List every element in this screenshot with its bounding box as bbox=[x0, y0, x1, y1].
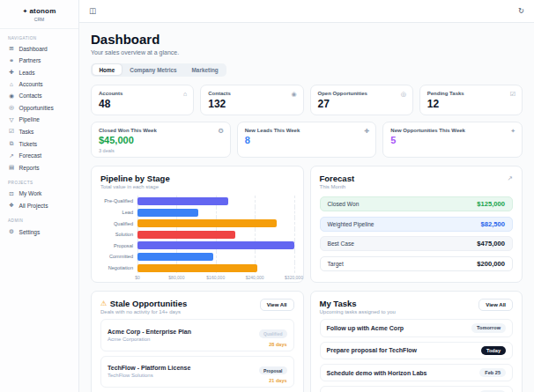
sidebar-toggle-icon[interactable]: ◫ bbox=[89, 7, 96, 15]
sidebar-item-label: Leads bbox=[19, 70, 35, 76]
week-value: $45,000 bbox=[99, 135, 223, 145]
chart-row: Proposal bbox=[100, 240, 294, 252]
chart-row: Pre-Qualified bbox=[100, 196, 294, 207]
week-label: New Leads This Week bbox=[245, 128, 369, 133]
chart-gridline bbox=[294, 229, 295, 240]
week-value: 5 bbox=[390, 135, 515, 145]
sidebar-section-label: Admin bbox=[8, 218, 78, 223]
forecast-row-target: Target$200,000 bbox=[320, 256, 514, 271]
chart-gridline bbox=[294, 207, 295, 218]
sidebar-item-label: My Work bbox=[19, 190, 42, 196]
chart-gridline bbox=[255, 251, 256, 263]
sidebar-item-tickets[interactable]: ⧉Tickets bbox=[0, 137, 78, 150]
tasks-view-all-button[interactable]: View All bbox=[478, 299, 513, 311]
week-label: Closed Won This Week bbox=[99, 128, 223, 133]
stage-badge: Proposal bbox=[259, 366, 286, 375]
top-header: ◫ ↻ bbox=[79, 0, 534, 23]
sidebar-item-pipeline[interactable]: ▽Pipeline bbox=[0, 114, 78, 126]
reports-icon: ▤ bbox=[8, 164, 15, 171]
forecast-row-closed-won: Closed Won$125,000 bbox=[320, 196, 514, 211]
forecast-row-value: $125,000 bbox=[477, 200, 505, 208]
sidebar-item-accounts[interactable]: ⌂Accounts bbox=[0, 78, 78, 90]
sidebar-item-tasks[interactable]: ☑Tasks bbox=[0, 126, 78, 138]
task-title: Follow up with Acme Corp bbox=[327, 325, 404, 331]
week-card-new-opportunities-this-week: New Opportunities This Week5✦ bbox=[382, 122, 523, 158]
tab-home[interactable]: Home bbox=[93, 64, 122, 75]
stale-opportunity-meta: Proposal21 days bbox=[259, 360, 286, 384]
stale-opportunity-row[interactable]: TechFlow - Platform LicenseTechFlow Solu… bbox=[100, 356, 294, 388]
forecast-subtitle: This Month bbox=[320, 184, 514, 189]
stat-label: Contacts bbox=[208, 91, 295, 96]
chart-x-tick-label: $320,000 bbox=[285, 275, 303, 280]
stat-card-accounts: Accounts48⌂ bbox=[91, 85, 194, 115]
forecast-row-value: $200,000 bbox=[477, 260, 505, 268]
forecast-row-best-case: Best Case$475,000 bbox=[320, 236, 514, 251]
sidebar-item-label: Reports bbox=[19, 165, 40, 171]
sidebar-item-leads[interactable]: ✚Leads bbox=[0, 67, 78, 79]
stale-opportunities-card: ⚠ Stale Opportunities Deals with no acti… bbox=[91, 291, 304, 392]
partners-icon: ⚭ bbox=[8, 57, 15, 64]
my-tasks-subtitle: Upcoming tasks assigned to you bbox=[320, 309, 396, 314]
sidebar-item-my-work[interactable]: ⊡My Work bbox=[0, 188, 78, 200]
sidebar-item-label: Pipeline bbox=[19, 116, 40, 122]
chart-plot-area bbox=[137, 229, 294, 240]
tab-marketing[interactable]: Marketing bbox=[185, 64, 226, 75]
forecast-row-weighted-pipeline: Weighted Pipeline$82,500 bbox=[320, 217, 514, 232]
task-title: Prepare proposal for TechFlow bbox=[327, 347, 418, 353]
sidebar-section-label: Navigation bbox=[8, 36, 78, 41]
sidebar-item-opportunities[interactable]: ◎Opportunities bbox=[0, 101, 78, 114]
chart-category-label: Lead bbox=[100, 210, 137, 215]
tab-company-metrics[interactable]: Company Metrics bbox=[122, 64, 183, 75]
pipeline-icon: ▽ bbox=[8, 116, 15, 123]
sidebar-item-reports[interactable]: ▤Reports bbox=[0, 161, 78, 174]
forecast-row-label: Best Case bbox=[328, 240, 354, 247]
logo-subtitle: CRM bbox=[0, 17, 78, 22]
chart-gridline bbox=[216, 207, 217, 218]
task-row[interactable]: Schedule demo with Horizon LabsFeb 25 bbox=[320, 364, 514, 381]
opportunities-icon: ◎ bbox=[8, 104, 15, 111]
forecast-row-value: $475,000 bbox=[477, 240, 505, 248]
refresh-icon[interactable]: ↻ bbox=[518, 7, 524, 15]
stat-value: 12 bbox=[427, 98, 515, 110]
stale-view-all-button[interactable]: View All bbox=[260, 299, 294, 311]
chart-bar-committed bbox=[137, 253, 213, 261]
chart-x-tick-label: $80,000 bbox=[168, 275, 184, 280]
target-icon: ◎ bbox=[401, 91, 406, 98]
sidebar-item-label: Dashboard bbox=[19, 46, 48, 52]
sparkles-icon: ✦ bbox=[510, 128, 515, 135]
main-area: ◫ ↻ Dashboard Your sales overview at a g… bbox=[79, 0, 534, 392]
stat-cards-row: Accounts48⌂Contacts132◉Open Opportunitie… bbox=[91, 85, 523, 115]
chart-row: Lead bbox=[100, 207, 294, 218]
task-row[interactable]: Follow up with Acme CorpTomorrow bbox=[320, 319, 514, 337]
task-row[interactable]: Prepare proposal for TechFlowToday bbox=[320, 342, 514, 359]
chart-gridline bbox=[255, 207, 256, 218]
task-row[interactable]: Review contract terms - PinnacleFeb 27 bbox=[320, 386, 514, 392]
stale-opportunity-company: TechFlow Solutions bbox=[108, 373, 190, 378]
forecast-row-label: Weighted Pipeline bbox=[328, 221, 375, 227]
logo-name: atonom bbox=[29, 7, 56, 15]
stat-value: 132 bbox=[208, 98, 295, 110]
chart-gridline bbox=[255, 196, 256, 207]
stale-opportunity-row[interactable]: Acme Corp - Enterprise PlanAcme Corporat… bbox=[100, 319, 294, 351]
warning-icon: ⚠ bbox=[100, 300, 107, 307]
my-tasks-card: My Tasks Upcoming tasks assigned to you … bbox=[310, 291, 523, 392]
forecast-icon: ↗ bbox=[8, 152, 15, 159]
logo-icon: ✦ bbox=[23, 8, 28, 15]
sidebar-item-partners[interactable]: ⚭Partners bbox=[0, 55, 78, 67]
sidebar-item-dashboard[interactable]: ⊞Dashboard bbox=[0, 43, 78, 55]
dashboard-tabs: HomeCompany MetricsMarketing bbox=[91, 63, 226, 77]
chart-bar-lead bbox=[137, 209, 198, 217]
clipboard-icon: ☑ bbox=[510, 91, 515, 98]
chart-row: Solution bbox=[100, 229, 294, 240]
sidebar-item-label: Contacts bbox=[19, 92, 42, 99]
chart-gridline bbox=[294, 263, 295, 274]
app-logo: ✦ atonom CRM bbox=[0, 4, 78, 29]
chart-plot-area bbox=[137, 218, 294, 229]
sidebar-item-contacts[interactable]: ◉Contacts bbox=[0, 90, 78, 102]
chart-bar-proposal bbox=[137, 241, 294, 249]
stat-card-pending-tasks: Pending Tasks12☑ bbox=[419, 85, 523, 115]
sidebar-item-forecast[interactable]: ↗Forecast bbox=[0, 150, 78, 162]
sidebar-item-settings[interactable]: ⚙Settings bbox=[0, 226, 78, 238]
stale-opportunity-info: Acme Corp - Enterprise PlanAcme Corporat… bbox=[108, 329, 191, 342]
sidebar-item-all-projects[interactable]: ❖All Projects bbox=[0, 200, 78, 212]
